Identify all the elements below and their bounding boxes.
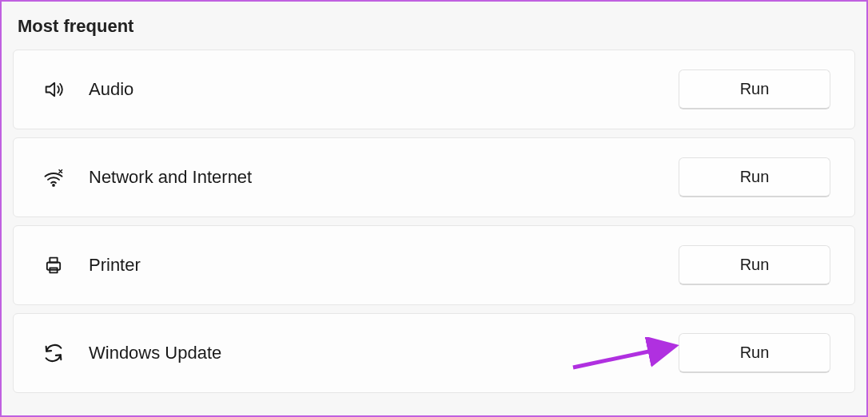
run-button-windows-update[interactable]: Run bbox=[679, 333, 830, 373]
speaker-icon bbox=[41, 77, 66, 102]
svg-rect-1 bbox=[47, 263, 60, 270]
svg-rect-2 bbox=[50, 258, 57, 263]
svg-point-0 bbox=[53, 185, 54, 186]
troubleshooter-list: Audio Run Network and Internet Run bbox=[13, 50, 855, 393]
list-item-printer[interactable]: Printer Run bbox=[13, 225, 855, 305]
list-item-audio[interactable]: Audio Run bbox=[13, 50, 855, 129]
section-title: Most frequent bbox=[18, 16, 855, 37]
troubleshooter-panel: Most frequent Audio Run bbox=[0, 0, 868, 417]
item-label: Printer bbox=[89, 255, 679, 276]
refresh-icon bbox=[41, 340, 66, 366]
run-button-network[interactable]: Run bbox=[679, 157, 830, 197]
item-label: Windows Update bbox=[89, 343, 679, 363]
run-button-printer[interactable]: Run bbox=[679, 245, 830, 285]
list-item-network[interactable]: Network and Internet Run bbox=[13, 137, 855, 217]
wifi-icon bbox=[41, 165, 66, 190]
list-item-windows-update[interactable]: Windows Update Run bbox=[13, 313, 855, 393]
run-button-audio[interactable]: Run bbox=[679, 70, 830, 109]
item-label: Network and Internet bbox=[89, 167, 679, 188]
printer-icon bbox=[41, 252, 66, 278]
item-label: Audio bbox=[89, 79, 679, 100]
